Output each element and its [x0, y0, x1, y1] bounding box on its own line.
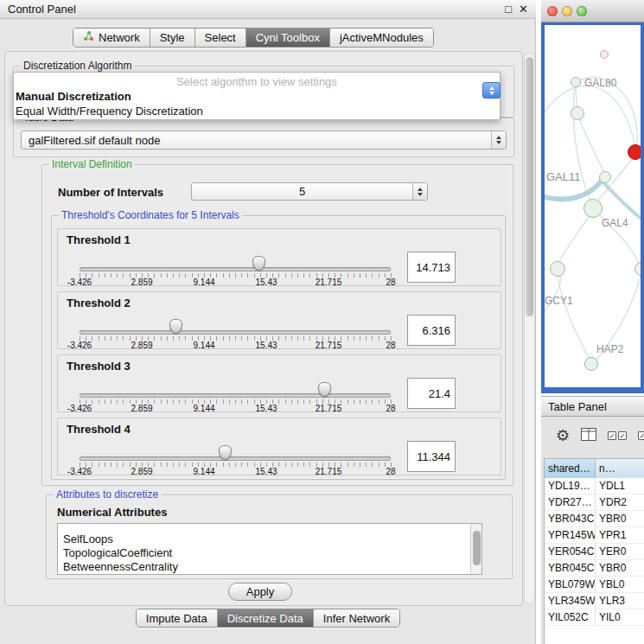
- threshold-3-slider-track[interactable]: [80, 393, 391, 398]
- network-node[interactable]: [583, 199, 603, 218]
- dropdown-item-equal-width-frequency[interactable]: Equal Width/Frequency Discretization: [16, 105, 203, 118]
- scale-label: 21.715: [316, 341, 342, 350]
- tab-discretize-data[interactable]: Discretize Data: [218, 609, 314, 627]
- table-row[interactable]: YPR145WYPR1: [545, 527, 644, 544]
- cell-name: YLR3: [596, 593, 644, 609]
- scale-label: 15.43: [255, 277, 277, 287]
- tab-select-label: Select: [205, 31, 236, 44]
- network-node[interactable]: [584, 357, 598, 371]
- network-node[interactable]: [600, 50, 609, 59]
- zoom-traffic-light[interactable]: [577, 6, 587, 16]
- attributes-list-scrollbar[interactable]: [470, 524, 481, 574]
- network-node[interactable]: [571, 106, 584, 120]
- control-panel-titlebar: Control Panel □ ✕: [0, 0, 536, 19]
- tab-select[interactable]: Select: [195, 29, 246, 47]
- node-label-gcy1: GCY1: [545, 295, 573, 307]
- threshold-2-slider-track[interactable]: [80, 330, 391, 335]
- scale-label: 21.715: [316, 467, 342, 476]
- minimize-traffic-light[interactable]: [562, 6, 572, 16]
- checkbox-icon: ✓: [638, 431, 644, 440]
- tab-jactivemodules-label: jActiveMNodules: [340, 31, 424, 44]
- network-canvas[interactable]: GAL80 GAL11 GAL4 GCY1 HAP2: [545, 25, 641, 387]
- cell-shared-name: YPR145W: [545, 527, 596, 543]
- network-node[interactable]: [550, 261, 565, 277]
- float-window-icon[interactable]: □: [505, 3, 512, 15]
- scale-label: 15.43: [255, 341, 277, 350]
- tab-jactivemodules[interactable]: jActiveMNodules: [330, 29, 433, 47]
- column-header-name[interactable]: n…: [596, 459, 644, 478]
- close-window-icon[interactable]: ✕: [519, 3, 528, 15]
- table-row[interactable]: YER054CYER0: [545, 544, 644, 560]
- cell-shared-name: YBL079W: [545, 577, 596, 592]
- table-row[interactable]: YBL079WYBL0: [545, 577, 644, 593]
- table-row[interactable]: YDR27…YDR2: [545, 494, 644, 511]
- apply-button[interactable]: Apply: [228, 583, 292, 601]
- scale-label: 15.43: [255, 467, 277, 476]
- threshold-4-value-field[interactable]: 11.344: [407, 441, 456, 472]
- scale-label: 28: [386, 341, 395, 350]
- scale-label: 9.144: [193, 277, 214, 287]
- scale-label: 2.859: [131, 277, 152, 287]
- table-row[interactable]: YDL19…YDL1: [545, 478, 644, 494]
- scale-label: -3.426: [67, 341, 92, 350]
- attributes-group: Attributes to discretize Numerical Attri…: [46, 494, 513, 579]
- cell-shared-name: YER054C: [545, 544, 596, 559]
- cell-name: YPR1: [596, 527, 644, 543]
- select-function-icon[interactable]: ✓: [638, 431, 644, 440]
- select-all-checkboxes-icon[interactable]: ✓ ✓: [608, 431, 627, 440]
- table-row[interactable]: YIL052CYIL0: [545, 609, 644, 626]
- control-panel-scrollbar[interactable]: [524, 53, 535, 604]
- node-label-gal80: GAL80: [584, 77, 616, 89]
- threshold-3-value-field[interactable]: 21.4: [407, 378, 456, 409]
- stepper-down-icon: [489, 92, 494, 95]
- threshold-2-value-field[interactable]: 6.316: [407, 315, 456, 346]
- table-row[interactable]: YBR045CYBR0: [545, 560, 644, 577]
- tab-style[interactable]: Style: [150, 29, 195, 47]
- tab-infer-network[interactable]: Infer Network: [314, 609, 399, 627]
- close-traffic-light[interactable]: [547, 6, 558, 16]
- table-row[interactable]: YLR345WYLR3: [545, 593, 644, 609]
- column-header-shared-name[interactable]: shared…: [545, 459, 596, 478]
- threshold-4-slider-scale: -3.426 2.859 9.144 15.43 21.715 28: [80, 467, 391, 477]
- cell-name: YBR0: [596, 511, 644, 526]
- table-toolbar: ⚙ ✓ ✓ ✓: [541, 424, 644, 448]
- control-panel-window: Control Panel □ ✕ Network Style Select C…: [0, 0, 536, 644]
- columns-icon[interactable]: [581, 428, 596, 444]
- table-data-combobox-stepper[interactable]: [491, 131, 506, 149]
- network-view-window: GAL80 GAL11 GAL4 GCY1 HAP2: [541, 0, 644, 393]
- number-of-intervals-stepper[interactable]: [412, 183, 427, 200]
- threshold-4-slider-track[interactable]: [80, 456, 391, 461]
- tab-impute-data[interactable]: Impute Data: [137, 609, 218, 627]
- gear-icon[interactable]: ⚙: [556, 428, 570, 443]
- cell-name: YDL1: [596, 478, 644, 494]
- scale-label: -3.426: [67, 277, 92, 287]
- cell-name: YBL0: [596, 577, 644, 592]
- number-of-intervals-combobox[interactable]: 5: [191, 182, 428, 201]
- tab-cyni-toolbox[interactable]: Cyni Toolbox: [246, 29, 330, 47]
- tab-discretize-data-label: Discretize Data: [227, 612, 303, 625]
- table-data-combobox[interactable]: galFiltered.sif default node: [21, 131, 507, 150]
- list-item-selfloops[interactable]: SelfLoops: [58, 532, 481, 546]
- control-panel-scrollbar-thumb[interactable]: [526, 57, 533, 316]
- threshold-1-value-field[interactable]: 14.713: [407, 252, 456, 283]
- network-window-titlebar: [541, 0, 644, 22]
- network-node-selected[interactable]: [628, 144, 641, 160]
- list-item-betweennesscentrality[interactable]: BetweennessCentrality: [58, 560, 481, 574]
- network-icon: [83, 31, 94, 44]
- tab-network-label: Network: [99, 31, 140, 44]
- network-node[interactable]: [571, 77, 581, 87]
- list-item-topologicalcoefficient[interactable]: TopologicalCoefficient: [58, 546, 481, 560]
- attributes-group-title: Attributes to discretize: [54, 488, 161, 501]
- threshold-1-slider-track[interactable]: [80, 267, 391, 271]
- attributes-list-scrollbar-thumb[interactable]: [473, 531, 481, 565]
- table-panel-window: ⚙ ✓ ✓ ✓ shared… n… YDL19…YDL1 YDR27…YDR2…: [541, 417, 644, 644]
- table-row[interactable]: YBR043CYBR0: [545, 511, 644, 527]
- discretization-algorithm-group-title: Discretization Algorithm: [21, 60, 134, 72]
- tab-network[interactable]: Network: [73, 29, 150, 47]
- network-node[interactable]: [599, 171, 611, 183]
- tab-infer-network-label: Infer Network: [323, 612, 390, 625]
- threshold-2-label: Threshold 2: [67, 296, 131, 309]
- threshold-4-label: Threshold 4: [67, 423, 131, 436]
- dropdown-item-manual-discretization[interactable]: Manual Discretization: [16, 90, 131, 103]
- algorithm-combo-stepper[interactable]: [482, 82, 501, 99]
